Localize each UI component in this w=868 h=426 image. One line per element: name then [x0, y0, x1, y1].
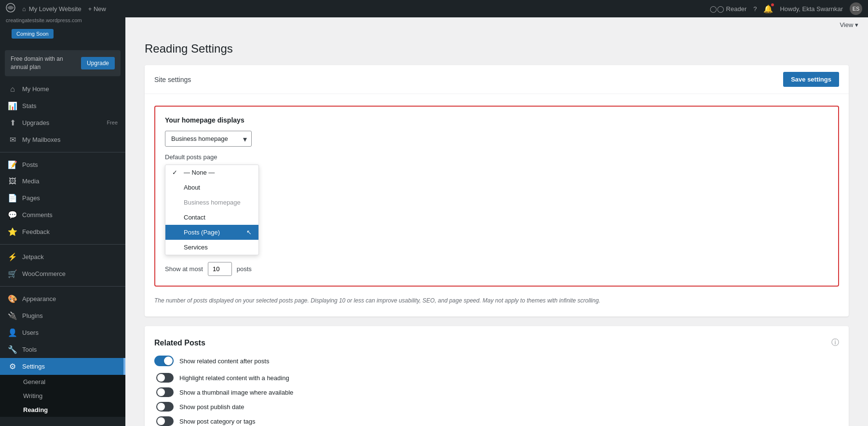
upgrades-icon: ⬆: [8, 118, 17, 127]
home-icon: ⌂: [22, 5, 26, 13]
site-settings-label: Site settings: [154, 76, 191, 83]
coming-soon-button[interactable]: Coming Soon: [12, 29, 54, 39]
info-icon[interactable]: ⓘ: [831, 338, 839, 348]
posts-icon: 📝: [8, 160, 17, 169]
notifications-button[interactable]: 🔔: [763, 4, 773, 14]
publish-date-label: Show post publish date: [179, 403, 244, 411]
sidebar-item-upgrades[interactable]: ⬆ Upgrades Free: [0, 114, 125, 131]
homepage-displays-section: Your homepage displays Business homepage…: [154, 106, 839, 287]
publish-date-toggle[interactable]: [156, 402, 174, 412]
show-related-toggle[interactable]: [154, 356, 174, 366]
domain-banner: Free domain with an annual plan Upgrade: [5, 50, 121, 76]
cursor-icon: ↖: [246, 229, 252, 236]
default-posts-label: Default posts page: [165, 153, 828, 161]
reader-icon: ◯◯: [710, 5, 724, 13]
sidebar: creatingatestsite.wordpress.com Coming S…: [0, 17, 125, 426]
dropdown-item-services[interactable]: Services: [165, 240, 258, 255]
homepage-displays-title: Your homepage displays: [165, 116, 828, 124]
subnav-item-reading[interactable]: Reading: [0, 403, 125, 417]
sidebar-item-feedback[interactable]: ⭐ Feedback: [0, 223, 125, 240]
sidebar-item-woocommerce[interactable]: 🛒 WooCommerce: [0, 265, 125, 282]
settings-subnav: General Writing Reading: [0, 375, 125, 417]
help-button[interactable]: ?: [753, 5, 757, 13]
show-related-label: Show related content after posts: [179, 357, 269, 365]
homepage-select-wrapper: Business homepage ▾: [165, 131, 252, 147]
posts-count-input[interactable]: [208, 262, 232, 276]
sidebar-item-media[interactable]: 🖼 Media: [0, 173, 125, 190]
site-name[interactable]: ⌂ My Lovely Website: [22, 5, 81, 13]
settings-icon: ⚙: [8, 362, 17, 371]
avatar[interactable]: ES: [850, 2, 862, 15]
toggle-knob: [164, 357, 173, 365]
sidebar-item-my-home[interactable]: ⌂ My Home: [0, 81, 125, 97]
related-posts-title: Related Posts: [154, 339, 205, 347]
new-button[interactable]: + New: [88, 5, 106, 13]
dropdown-item-none[interactable]: ✓ — None —: [165, 165, 258, 180]
mailboxes-icon: ✉: [8, 135, 17, 144]
thumbnail-label: Show a thumbnail image where available: [179, 389, 293, 396]
related-posts-header: Related Posts ⓘ: [154, 338, 839, 348]
sidebar-item-stats[interactable]: 📊 Stats: [0, 97, 125, 114]
category-tags-label: Show post category or tags: [179, 418, 256, 425]
appearance-icon: 🎨: [8, 294, 17, 303]
pages-icon: 📄: [8, 193, 17, 203]
dropdown-item-contact[interactable]: Contact: [165, 210, 258, 225]
sidebar-item-pages[interactable]: 📄 Pages: [0, 190, 125, 206]
sidebar-item-appearance[interactable]: 🎨 Appearance: [0, 290, 125, 307]
page-content: Reading Settings Site settings Save sett…: [125, 32, 868, 426]
thumbnail-row: Show a thumbnail image where available: [154, 387, 839, 397]
page-title: Reading Settings: [145, 42, 849, 55]
upgrade-button[interactable]: Upgrade: [81, 57, 115, 69]
view-dropdown[interactable]: View ▾: [840, 21, 858, 28]
sidebar-item-plugins[interactable]: 🔌 Plugins: [0, 307, 125, 324]
homepage-select[interactable]: Business homepage: [165, 131, 252, 147]
sidebar-item-comments[interactable]: 💬 Comments: [0, 206, 125, 223]
category-tags-row: Show post category or tags: [154, 416, 839, 426]
subnav-item-general[interactable]: General: [0, 375, 125, 389]
highlight-heading-toggle[interactable]: [156, 373, 174, 383]
users-icon: 👤: [8, 328, 17, 337]
notification-dot: [771, 3, 774, 6]
sidebar-item-posts[interactable]: 📝 Posts: [0, 156, 125, 173]
jetpack-icon: ⚡: [8, 252, 17, 261]
checkmark-icon: ✓: [172, 169, 180, 176]
content-area: View ▾ Reading Settings Site settings Sa…: [125, 17, 868, 426]
sidebar-item-jetpack[interactable]: ⚡ Jetpack: [0, 248, 125, 265]
nav-divider-2: [0, 244, 125, 245]
media-icon: 🖼: [8, 177, 17, 186]
radio-knob-4: [157, 417, 165, 425]
show-at-most-row: Show at most posts: [165, 262, 828, 276]
dropdown-item-business-homepage: Business homepage: [165, 195, 258, 210]
nav-divider-3: [0, 286, 125, 287]
sidebar-item-settings[interactable]: ⚙ Settings: [0, 358, 125, 375]
publish-date-row: Show post publish date: [154, 402, 839, 412]
reader-button[interactable]: ◯◯ Reader: [710, 5, 747, 13]
tools-icon: 🔧: [8, 345, 17, 354]
wp-logo-icon[interactable]: [6, 3, 15, 15]
settings-card-header: Site settings Save settings: [145, 65, 849, 94]
settings-card: Site settings Save settings Your homepag…: [145, 65, 849, 316]
category-tags-toggle[interactable]: [156, 416, 174, 426]
radio-knob-2: [157, 388, 165, 396]
comments-icon: 💬: [8, 210, 17, 220]
show-related-toggle-row: Show related content after posts: [154, 356, 839, 366]
topbar: ⌂ My Lovely Website + New ◯◯ Reader ? 🔔 …: [0, 0, 868, 17]
nav-divider: [0, 152, 125, 152]
posts-page-dropdown: ✓ — None — About Business homepage: [165, 165, 259, 255]
subnav-item-writing[interactable]: Writing: [0, 389, 125, 403]
posts-suffix: posts: [237, 265, 252, 273]
user-greeting: Howdy, Ekta Swarnkar: [780, 5, 843, 13]
sidebar-item-my-mailboxes[interactable]: ✉ My Mailboxes: [0, 131, 125, 148]
dropdown-item-posts-page[interactable]: Posts (Page) ↖: [165, 225, 258, 240]
home-icon: ⌂: [8, 85, 17, 94]
thumbnail-toggle[interactable]: [156, 387, 174, 397]
radio-knob-3: [157, 403, 165, 411]
highlight-heading-row: Highlight related content with a heading: [154, 373, 839, 383]
save-settings-button[interactable]: Save settings: [783, 72, 839, 87]
show-at-most-label: Show at most: [165, 265, 203, 273]
sidebar-item-users[interactable]: 👤 Users: [0, 324, 125, 341]
posts-help-text: The number of posts displayed on your se…: [154, 296, 839, 305]
feedback-icon: ⭐: [8, 227, 17, 236]
sidebar-item-tools[interactable]: 🔧 Tools: [0, 341, 125, 358]
dropdown-item-about[interactable]: About: [165, 180, 258, 195]
